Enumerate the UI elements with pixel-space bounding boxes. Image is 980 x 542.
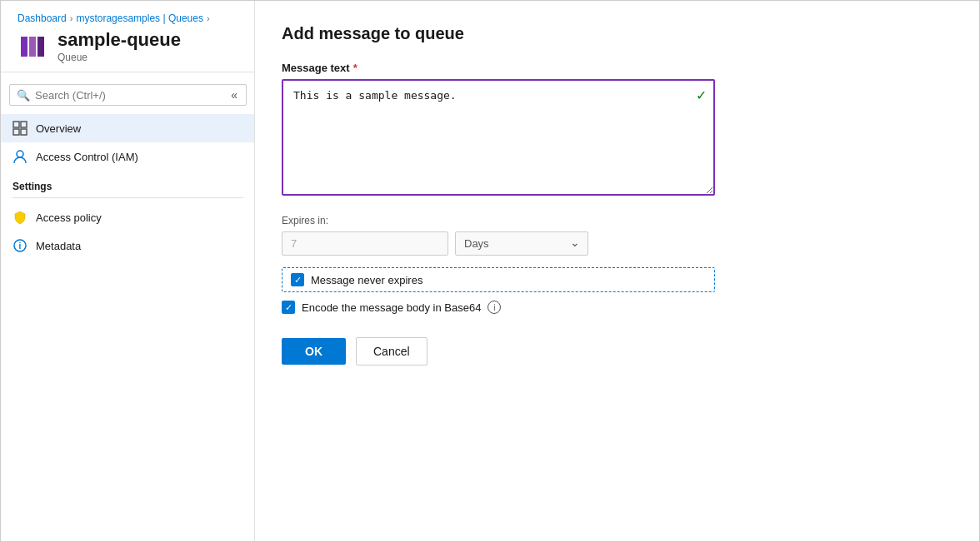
expires-row: Days Seconds Minutes Hours Weeks [282,231,952,256]
svg-rect-4 [21,122,27,127]
encode-row: ✓ Encode the message body in Base64 i [282,301,952,314]
svg-rect-1 [29,37,36,57]
encode-info-icon: i [488,301,501,314]
search-box[interactable]: 🔍 « [9,84,247,106]
breadcrumb-sep-1: › [70,13,73,23]
cancel-button[interactable]: Cancel [356,337,428,365]
valid-checkmark-icon: ✓ [696,87,707,103]
svg-rect-0 [21,37,28,57]
panel-body: Add message to queue Message text * This… [255,72,979,385]
sidebar-item-access-policy-label: Access policy [36,211,102,224]
svg-text:i: i [19,241,22,251]
svg-rect-5 [13,129,19,135]
title-text: sample-queue Queue [58,29,181,63]
breadcrumb-storage[interactable]: mystoragesamples | Queues [76,12,203,24]
encode-checkbox[interactable]: ✓ [282,301,295,314]
svg-rect-6 [21,129,27,135]
breadcrumb-dashboard[interactable]: Dashboard [18,12,67,24]
sidebar-item-iam-label: Access Control (IAM) [36,151,138,163]
message-text-label: Message text * [282,72,952,74]
message-text-input[interactable]: This is a sample message. [282,79,715,196]
access-policy-icon [12,210,28,225]
sidebar-item-metadata[interactable]: i Metadata [1,231,255,260]
settings-divider [12,197,243,198]
expires-label: Expires in: [282,215,952,226]
search-icon: 🔍 [17,89,30,102]
svg-point-7 [17,151,23,157]
svg-rect-2 [38,37,44,57]
expires-unit-select-wrapper: Days Seconds Minutes Hours Weeks [455,231,588,256]
metadata-icon: i [12,238,28,253]
page-title: sample-queue [58,29,181,51]
textarea-container: This is a sample message. ✓ [282,79,715,198]
collapse-button[interactable]: « [229,88,239,102]
ok-button[interactable]: OK [282,338,346,365]
expires-unit-select[interactable]: Days Seconds Minutes Hours Weeks [455,231,588,256]
settings-header: Settings [1,171,255,196]
main-layout: 🔍 « Overview Access Control (IAM) Settin… [1,72,979,541]
sidebar-item-overview[interactable]: Overview [1,114,255,142]
required-star: * [353,72,358,74]
add-message-panel: Add message to queue Message text * This… [254,72,979,541]
expires-value-input[interactable] [282,231,448,256]
page-subtitle: Queue [58,52,181,63]
sidebar-item-access-control[interactable]: Access Control (IAM) [1,142,255,171]
never-expires-row[interactable]: ✓ Message never expires [282,267,715,292]
encode-check-icon: ✓ [285,303,292,312]
queue-icon [18,32,48,62]
encode-label: Encode the message body in Base64 [302,301,481,314]
search-input[interactable] [35,89,224,102]
never-expires-checkbox[interactable]: ✓ [291,273,304,286]
main-window: Dashboard › mystoragesamples | Queues › … [0,0,980,542]
never-expires-check-icon: ✓ [294,276,302,285]
svg-rect-3 [13,122,19,127]
overview-icon [12,121,28,136]
sidebar-item-overview-label: Overview [36,122,81,135]
sidebar-item-access-policy[interactable]: Access policy [1,203,255,231]
sidebar: 🔍 « Overview Access Control (IAM) Settin… [1,72,256,541]
access-control-icon [12,149,28,164]
never-expires-label: Message never expires [311,274,422,286]
breadcrumb-sep-2: › [207,13,210,23]
sidebar-item-metadata-label: Metadata [36,240,81,252]
action-row: OK Cancel [282,337,952,365]
